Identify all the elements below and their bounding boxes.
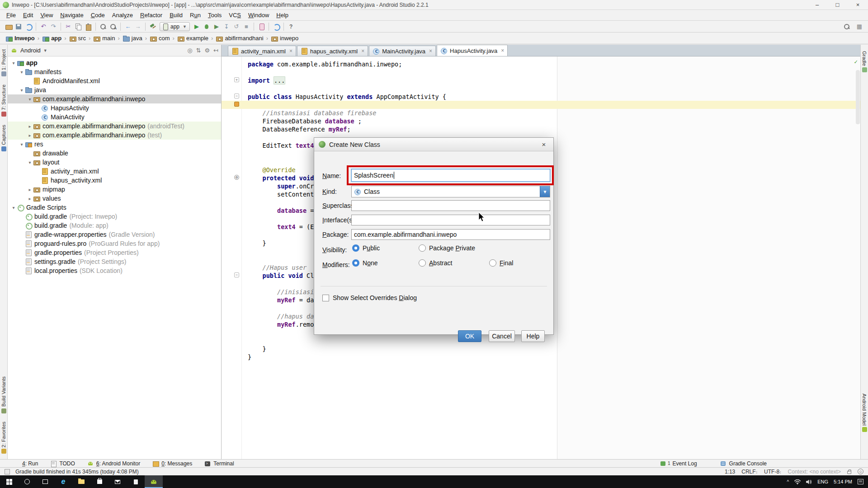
tree-expanded-arrow-icon[interactable]: ▾ [10, 61, 17, 66]
ok-button[interactable]: OK [458, 330, 481, 342]
encoding-indicator[interactable]: UTF-8↕ [764, 469, 782, 475]
breadcrumb-item-example[interactable]: example [175, 34, 210, 43]
menu-item-run[interactable]: Run [186, 11, 204, 19]
network-icon[interactable] [794, 479, 801, 484]
store-icon[interactable] [90, 475, 108, 488]
toolwindow-button-1-project[interactable]: 1: Project [1, 49, 6, 76]
find-icon[interactable] [98, 22, 108, 32]
package-input[interactable]: com.example.abifirmandhani.inwepo [351, 229, 550, 240]
start-button[interactable] [0, 475, 18, 488]
help-button[interactable]: Help [521, 330, 545, 342]
breadcrumb-item-inwepo[interactable]: inwepo [269, 34, 300, 43]
radio-icon[interactable] [489, 259, 496, 267]
tab-MainActivity.java[interactable]: MainActivity.java× [369, 46, 436, 56]
dialog-close-icon[interactable]: × [539, 141, 549, 148]
minimize-button[interactable]: – [807, 0, 827, 10]
breadcrumb-item-abifirmandhani[interactable]: abifirmandhani [214, 34, 265, 43]
line-ending-indicator[interactable]: CRLF↕ [741, 469, 758, 475]
dialog-titlebar[interactable]: Create New Class × [314, 138, 553, 151]
lock-icon[interactable] [847, 471, 851, 474]
hide-panel-icon[interactable]: ↤ [213, 47, 218, 54]
attach-icon[interactable]: ↧ [222, 22, 231, 32]
settings-gear-icon[interactable]: ⚙ [204, 47, 210, 54]
clock[interactable]: 5:14 PM [834, 479, 852, 484]
breadcrumb-item-com[interactable]: com [148, 34, 172, 43]
tree-expanded-arrow-icon[interactable]: ▾ [27, 97, 33, 102]
document-app-icon[interactable] [127, 475, 145, 488]
breadcrumb-item-main[interactable]: main [91, 34, 117, 43]
gradle-console-button[interactable]: Gradle Console [720, 460, 767, 467]
paste-icon[interactable] [83, 22, 93, 32]
debug-icon[interactable] [202, 22, 212, 32]
android-studio-icon[interactable] [145, 475, 163, 488]
messages-toolwindow-button[interactable]: 0: Messages [152, 460, 192, 467]
fold-collapse-icon[interactable]: − [234, 272, 239, 277]
override-marker-icon[interactable]: o [234, 175, 239, 180]
class-marker-icon[interactable] [234, 102, 239, 107]
tree-row[interactable]: ▾java [8, 85, 221, 94]
tree-row[interactable]: ▾layout [8, 158, 221, 167]
android-monitor-toolwindow-button[interactable]: 6: Android Monitor [87, 460, 140, 467]
radio-option-package-private[interactable]: Package Private [419, 244, 475, 252]
tab-activity_main.xml[interactable]: activity_main.xml× [228, 46, 296, 56]
toolwindow-toggle-icon[interactable] [5, 469, 10, 474]
tree-row[interactable]: ▾com.example.abifirmandhani.inwepo [8, 94, 221, 103]
tab-hapus_activity.xml[interactable]: hapus_activity.xml× [297, 46, 368, 56]
caret-position-indicator[interactable]: 1:13 [725, 469, 735, 475]
radio-icon[interactable] [419, 244, 426, 252]
breadcrumb-item-app[interactable]: app [40, 34, 63, 43]
menu-item-analyze[interactable]: Analyze [108, 11, 137, 19]
tree-row[interactable]: ▸mipmap [8, 185, 221, 194]
search-everywhere-icon[interactable] [842, 22, 852, 32]
volume-icon[interactable] [806, 479, 812, 484]
file-explorer-icon[interactable] [72, 475, 90, 488]
hector-settings-icon[interactable]: ☺ [858, 469, 863, 474]
chevron-down-icon[interactable]: ▼ [540, 186, 550, 197]
checkbox-icon[interactable] [322, 295, 329, 301]
tree-row[interactable]: ▾res [8, 140, 221, 149]
run-toolwindow-button[interactable]: 4: Run [13, 460, 38, 467]
tab-close-icon[interactable]: × [429, 48, 432, 54]
coverage-icon[interactable]: ▶ [212, 22, 222, 32]
tree-row[interactable]: ▸com.example.abifirmandhani.inwepo(andro… [8, 122, 221, 131]
restart-icon[interactable]: ↺ [231, 22, 241, 32]
radio-option-final[interactable]: Final [489, 259, 513, 267]
toolwindow-button-2-favorites[interactable]: 2: Favorites [1, 422, 6, 454]
tree-row[interactable]: build.gradle(Module: app) [8, 221, 221, 230]
tab-HapusActivity.java[interactable]: HapusActivity.java× [437, 45, 508, 56]
breadcrumb-item-Inwepo[interactable]: Inwepo [4, 34, 37, 43]
copy-icon[interactable] [73, 22, 83, 32]
edge-icon[interactable]: e [54, 475, 72, 488]
toolwindow-button-gradle[interactable]: Gradle [862, 51, 867, 72]
maximize-button[interactable]: □ [827, 0, 848, 10]
menu-item-help[interactable]: Help [273, 11, 292, 19]
run-icon[interactable]: ▶ [192, 22, 202, 32]
build-icon[interactable] [148, 22, 158, 32]
tree-row[interactable]: gradle-wrapper.properties(Gradle Version… [8, 230, 221, 239]
action-center-icon[interactable] [858, 479, 863, 484]
cortana-button[interactable] [18, 475, 36, 488]
project-view-selector[interactable]: Android [20, 47, 41, 54]
menu-item-edit[interactable]: Edit [19, 11, 37, 19]
expand-collapse-icon[interactable]: ⇅ [196, 47, 201, 54]
cancel-button[interactable]: Cancel [489, 330, 515, 342]
toolwindow-button-android-model[interactable]: Android Model [862, 394, 867, 432]
tree-collapsed-arrow-icon[interactable]: ▸ [27, 196, 33, 201]
tab-close-icon[interactable]: × [361, 48, 364, 54]
menu-item-tools[interactable]: Tools [204, 11, 225, 19]
todo-toolwindow-button[interactable]: TODO [50, 460, 75, 467]
radio-icon[interactable] [352, 244, 359, 252]
replace-icon[interactable] [108, 22, 118, 32]
tree-expanded-arrow-icon[interactable]: ▾ [10, 205, 17, 210]
fold-collapse-icon[interactable]: − [234, 94, 239, 99]
tree-row[interactable]: AndroidManifest.xml [8, 76, 221, 85]
open-icon[interactable] [4, 22, 14, 32]
language-indicator[interactable]: ENG [817, 479, 828, 484]
fold-expand-icon[interactable]: + [234, 77, 239, 82]
tree-row[interactable]: local.properties(SDK Location) [8, 266, 221, 275]
tree-row[interactable]: activity_main.xml [8, 167, 221, 176]
save-all-icon[interactable] [14, 22, 24, 32]
radio-option-none[interactable]: None [352, 259, 378, 267]
menu-item-file[interactable]: File [3, 11, 19, 19]
avd-manager-icon[interactable] [256, 22, 266, 32]
